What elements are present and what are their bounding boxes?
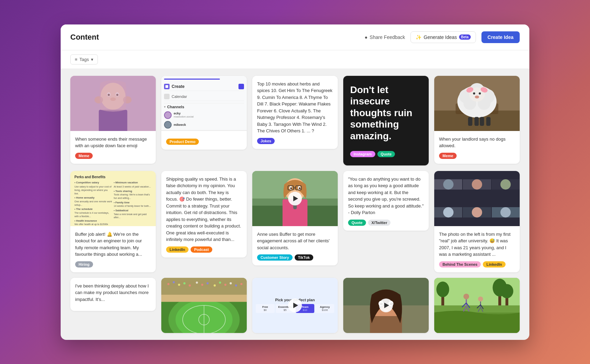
tag-product-demo[interactable]: Product Demo [166, 139, 199, 145]
svg-rect-26 [475, 117, 479, 126]
svg-point-54 [183, 282, 185, 284]
content-card-6[interactable]: Perks and Benefits • Competitive salary … [70, 171, 156, 272]
tag-tiktok[interactable]: TikTok [295, 254, 313, 261]
svg-point-22 [473, 92, 475, 94]
svg-rect-49 [161, 278, 247, 295]
svg-point-59 [214, 284, 216, 286]
content-card-2[interactable]: Create Calendar ▾ Channels [161, 76, 247, 150]
card-body-2: Product Demo [161, 131, 247, 150]
tag-hiring[interactable]: Hiring [75, 261, 93, 267]
svg-rect-28 [486, 117, 490, 126]
content-card-13[interactable]: Pick your perfect plan Free $0 Essential… [252, 278, 338, 333]
share-feedback-button[interactable]: ● Share Feedback [365, 34, 405, 40]
tag-meme-5[interactable]: Meme [439, 153, 457, 159]
tag-x-twitter[interactable]: X/Twitter [368, 220, 391, 226]
card-text-1: When someone ends their message with an … [75, 136, 151, 149]
svg-point-36 [290, 187, 292, 189]
toolbar: ≡ Tags ▾ [61, 50, 529, 69]
svg-point-60 [219, 281, 221, 283]
content-card-10[interactable]: The photo on the left is from my first "… [434, 171, 520, 272]
tag-jokes[interactable]: Jokes [257, 138, 275, 144]
play-button-14[interactable] [379, 299, 393, 312]
tag-behind-scenes[interactable]: Behind The Scenes [439, 261, 481, 267]
wand-icon: ✨ [416, 34, 421, 40]
card-body-9: "You can do anything you want to do as l… [343, 171, 429, 231]
filter-icon: ≡ [75, 57, 78, 62]
svg-point-84 [464, 293, 469, 299]
svg-rect-50 [161, 295, 247, 302]
card-text-9: "You can do anything you want to do as l… [348, 176, 424, 216]
card-image-13: Pick your perfect plan Free $0 Essential… [252, 278, 338, 333]
content-card-11[interactable]: I've been thinking deeply about how I ca… [70, 278, 156, 311]
tag-quote-9[interactable]: Quote [348, 220, 366, 226]
generate-ideas-button[interactable]: ✨ Generate Ideas Beta [410, 31, 476, 43]
card-text-5: When your landlord says no dogs allowed. [439, 136, 515, 149]
play-button-8[interactable] [288, 192, 302, 205]
svg-point-52 [173, 281, 175, 283]
card-image-8 [252, 171, 338, 226]
content-card-8[interactable]: Anne uses Buffer to get more engagement … [252, 171, 338, 266]
beta-badge: Beta [459, 34, 471, 40]
card-text-3: Top 10 movies about herbs and spices 10.… [257, 81, 333, 134]
svg-point-90 [478, 296, 483, 301]
card-body-1: When someone ends their message with an … [70, 131, 156, 164]
content-card-4[interactable]: Don't let insecure thoughts ruin somethi… [343, 76, 429, 165]
svg-point-37 [299, 187, 301, 189]
tags-filter-button[interactable]: ≡ Tags ▾ [70, 54, 98, 64]
card-image-12 [161, 278, 247, 333]
svg-point-61 [224, 283, 226, 285]
tag-linkedin[interactable]: LinkedIn [166, 246, 189, 253]
tag-meme[interactable]: Meme [75, 153, 93, 159]
svg-point-55 [189, 284, 191, 286]
svg-rect-25 [468, 117, 472, 126]
svg-point-58 [206, 282, 208, 284]
card-text-6: Buffer job alert! 🔔 We're on the lookout… [75, 231, 151, 258]
card-body-11: I've been thinking deeply about how I ca… [70, 278, 156, 311]
svg-rect-7 [99, 110, 128, 131]
content-card-15[interactable] [434, 278, 520, 333]
card-tags-3: Jokes [257, 138, 333, 144]
svg-point-63 [235, 284, 237, 286]
card-text-7: Shipping quality vs speed. This is a fal… [166, 176, 242, 243]
card-body-7: Shipping quality vs speed. This is a fal… [161, 171, 247, 257]
svg-point-57 [201, 283, 203, 285]
content-card-12[interactable] [161, 278, 247, 333]
header: Content ● Share Feedback ✨ Generate Idea… [61, 24, 529, 50]
card-body-3: Top 10 movies about herbs and spices 10.… [252, 76, 338, 149]
content-card-7[interactable]: Shipping quality vs speed. This is a fal… [161, 171, 247, 257]
card-text-8: Anne uses Buffer to get more engagement … [257, 231, 333, 251]
tag-customer-story[interactable]: Customer Story [257, 254, 293, 261]
svg-point-51 [167, 283, 170, 285]
tag-instagram[interactable]: Instagram [350, 151, 375, 157]
content-card-1[interactable]: When someone ends their message with an … [70, 76, 156, 164]
card-image-5 [434, 76, 520, 131]
card-body-6: Buffer job alert! 🔔 We're on the lookout… [70, 226, 156, 272]
svg-rect-27 [480, 117, 484, 126]
card-tags-7: LinkedIn Podcast [166, 246, 242, 253]
card-tags-9: Quote X/Twitter [348, 220, 424, 226]
tag-podcast[interactable]: Podcast [191, 246, 212, 253]
chevron-down-icon: ▾ [91, 57, 93, 62]
header-actions: ● Share Feedback ✨ Generate Ideas Beta C… [365, 31, 520, 43]
content-card-9[interactable]: "You can do anything you want to do as l… [343, 171, 429, 231]
svg-point-82 [436, 281, 449, 297]
card-image-2: Create Calendar ▾ Channels [161, 76, 247, 131]
card-tags-10: Behind The Scenes LinkedIn [439, 261, 515, 267]
tag-linkedin-10[interactable]: LinkedIn [483, 261, 505, 267]
svg-rect-68 [370, 316, 402, 333]
tag-quote-4[interactable]: Quote [377, 151, 395, 157]
play-button-13[interactable] [288, 299, 302, 312]
create-idea-button[interactable]: Create Idea [481, 31, 520, 43]
svg-point-24 [475, 95, 479, 98]
card-image-14 [343, 278, 429, 333]
svg-point-64 [240, 283, 242, 285]
card-text-10: The photo on the left is from my first "… [439, 231, 515, 258]
content-card-5[interactable]: When your landlord says no dogs allowed.… [434, 76, 520, 164]
svg-point-56 [196, 281, 198, 283]
card-text-11: I've been thinking deeply about how I ca… [75, 283, 151, 303]
content-card-3[interactable]: Top 10 movies about herbs and spices 10.… [252, 76, 338, 149]
content-card-14[interactable] [343, 278, 429, 333]
card-tags-6: Hiring [75, 261, 151, 267]
card-image-10 [434, 171, 520, 226]
card-tags-8: Customer Story TikTok [257, 254, 333, 261]
